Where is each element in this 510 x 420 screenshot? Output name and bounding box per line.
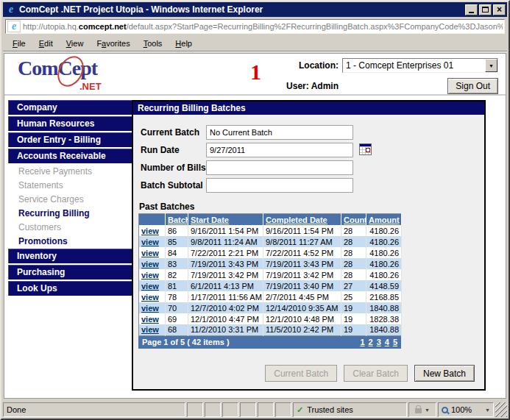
zoom-control[interactable]: 100% ▼ — [438, 402, 494, 417]
cell-count: 25 — [341, 291, 366, 302]
sidebar-item-service-charges[interactable]: Service Charges — [8, 193, 133, 207]
cell-batch: 78 — [166, 291, 188, 302]
menu-view[interactable]: View — [60, 37, 91, 50]
chevron-down-icon: ▼ — [425, 407, 430, 413]
page-link-5[interactable]: 5 — [393, 338, 397, 346]
view-link[interactable]: view — [141, 249, 159, 257]
view-link[interactable]: view — [141, 315, 159, 324]
number-of-bills-input[interactable] — [206, 160, 353, 175]
comcept-logo: ComCept .NET — [18, 57, 128, 93]
location-selected-value: 1 - Comcept Enterprises 01 — [343, 60, 485, 71]
page-link-1[interactable]: 1 — [360, 338, 364, 346]
batch-action-buttons: Current BatchClear BatchNew Batch — [265, 365, 475, 382]
col-start-date[interactable]: Start Date — [188, 214, 263, 226]
batch-subtotal-label: Batch Subtotal — [141, 180, 203, 191]
title-bar: e ComCept .NET Project Utopia - Windows … — [3, 2, 507, 17]
cell-batch: 68 — [166, 324, 188, 335]
location-select[interactable]: 1 - Comcept Enterprises 01 ▼ — [342, 58, 498, 73]
page-link-4[interactable]: 4 — [385, 338, 389, 346]
col-batch[interactable]: Batch — [166, 214, 188, 226]
col-amount[interactable]: Amount — [366, 214, 402, 226]
batch-row: view869/16/2011 1:54 PM9/16/2011 1:54 PM… — [139, 225, 402, 236]
cell-batch: 82 — [166, 269, 188, 280]
sidebar-item-human-resources[interactable]: Human Resources — [8, 116, 133, 131]
sign-out-button[interactable]: Sign Out — [447, 78, 498, 94]
url-text: http://utopia.hq.comcept.net/default.asp… — [23, 22, 503, 31]
sidebar-item-accounts-receivable[interactable]: Accounts Receivable — [8, 149, 133, 163]
batch-row: view859/8/2011 11:24 AM9/8/2011 11:27 AM… — [139, 236, 402, 247]
sidebar-item-order-entry-billing[interactable]: Order Entry - Billing — [8, 132, 133, 147]
logo-net-text: .NET — [79, 81, 102, 92]
page-link-2[interactable]: 2 — [369, 338, 373, 346]
view-link[interactable]: view — [141, 227, 159, 235]
sidebar-item-recurring-billing[interactable]: Recurring Billing — [8, 207, 133, 221]
table-pager: Page 1 of 5 ( 42 items ) 12345 — [138, 336, 401, 349]
maximize-button[interactable] — [479, 4, 492, 15]
cell-count: 28 — [341, 236, 366, 247]
cell-batch: 86 — [166, 225, 188, 236]
panel-title: Recurring Billing Batches — [133, 102, 484, 115]
page-link-3[interactable]: 3 — [377, 338, 381, 346]
status-segment — [222, 402, 238, 417]
minimize-icon — [469, 12, 474, 13]
cell-batch: 85 — [166, 236, 188, 247]
sidebar-item-promotions[interactable]: Promotions — [8, 235, 133, 249]
cell-amt: 2168.85 — [366, 291, 402, 302]
cell-batch: 69 — [166, 313, 188, 324]
minimize-button[interactable] — [465, 4, 478, 15]
col-completed-date[interactable]: Completed Date — [263, 214, 341, 226]
sidebar-item-receive-payments[interactable]: Receive Payments — [8, 165, 133, 179]
sidebar-item-inventory[interactable]: Inventory — [8, 249, 133, 263]
cell-amt: 1828.38 — [366, 313, 402, 324]
page-links: 12345 — [360, 338, 397, 346]
cell-comp: 9/8/2011 11:27 AM — [263, 236, 341, 247]
menu-tools[interactable]: Tools — [137, 37, 169, 50]
security-zone: ✓ Trusted sites — [293, 402, 407, 417]
current-batch-input[interactable] — [206, 125, 353, 140]
sidebar-item-statements[interactable]: Statements — [8, 179, 133, 193]
resize-grip[interactable] — [495, 402, 507, 417]
protected-mode-control[interactable]: ▼ — [408, 402, 436, 417]
sidebar-item-purchasing[interactable]: Purchasing — [8, 265, 133, 280]
cell-start: 1/17/2011 11:56 AM — [188, 291, 263, 302]
status-segment — [275, 402, 291, 417]
clear-batch-button[interactable]: Clear Batch — [344, 365, 408, 382]
chevron-down-icon: ▼ — [485, 407, 490, 413]
chevron-down-icon[interactable]: ▼ — [485, 59, 497, 72]
calendar-icon[interactable] — [359, 143, 372, 155]
address-input[interactable]: e http://utopia.hq.comcept.net/default.a… — [5, 19, 505, 34]
trusted-check-icon: ✓ — [297, 405, 303, 415]
maximize-icon — [482, 7, 489, 13]
menu-edit[interactable]: Edit — [32, 37, 60, 50]
sidebar-item-look-ups[interactable]: Look Ups — [8, 281, 133, 296]
view-link[interactable]: view — [141, 304, 159, 313]
batch-subtotal-input[interactable] — [206, 178, 353, 193]
content-panel: Recurring Billing Batches Current Batch … — [132, 100, 486, 391]
number-of-bills-label: Number of Bills — [141, 163, 206, 173]
menu-help[interactable]: Help — [169, 37, 199, 50]
sidebar-item-customers[interactable]: Customers — [8, 221, 133, 235]
new-batch-button[interactable]: New Batch — [414, 365, 475, 382]
sidebar-item-company[interactable]: Company — [8, 100, 133, 115]
cell-count: 28 — [341, 225, 366, 236]
address-bar: e http://utopia.hq.comcept.net/default.a… — [3, 18, 507, 36]
run-date-input[interactable] — [206, 143, 353, 157]
view-link[interactable]: view — [141, 238, 159, 246]
cell-start: 7/19/2011 3:42 PM — [188, 269, 263, 280]
status-segment — [205, 402, 221, 417]
menu-file[interactable]: File — [6, 37, 32, 50]
view-link[interactable]: view — [141, 282, 159, 291]
col-count[interactable]: Count — [341, 214, 366, 226]
status-message: Done — [3, 402, 185, 417]
close-button[interactable]: × — [493, 4, 506, 15]
ie-icon: e — [6, 4, 16, 15]
status-segment — [187, 402, 203, 417]
view-link[interactable]: view — [141, 325, 159, 334]
view-link[interactable]: view — [141, 293, 159, 302]
cell-start: 12/1/2010 4:47 PM — [188, 313, 263, 324]
view-link[interactable]: view — [141, 271, 159, 280]
view-link[interactable]: view — [141, 260, 159, 268]
browser-window: e ComCept .NET Project Utopia - Windows … — [0, 0, 510, 420]
menu-favorites[interactable]: Favorites — [90, 37, 136, 50]
current-batch-button[interactable]: Current Batch — [265, 365, 337, 382]
